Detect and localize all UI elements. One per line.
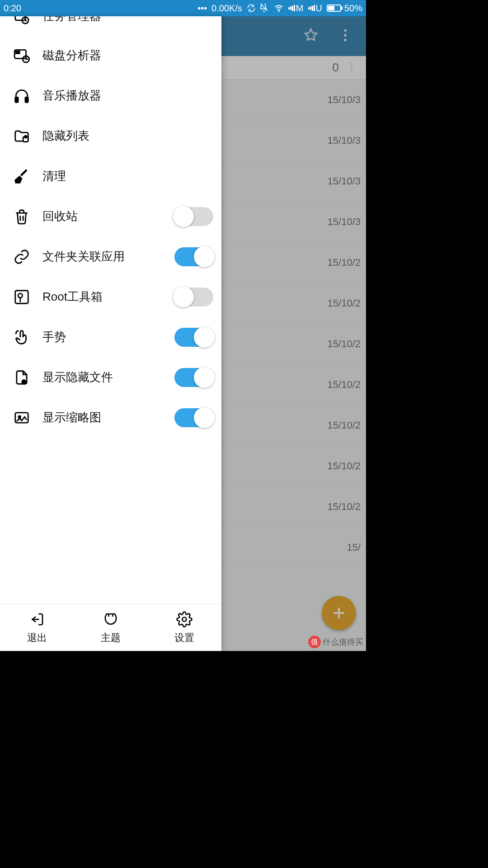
drawer-item-label: 显示隐藏文件 [42,369,174,385]
drawer-item-label: 文件夹关联应用 [42,249,174,264]
drawer-item-1[interactable]: 磁盘分析器 [0,35,221,75]
drawer-item-7[interactable]: Root工具箱 [0,277,221,317]
svg-point-22 [23,381,24,382]
status-net-speed: 0.00K/s [211,3,242,14]
show-hidden-files-icon [12,369,32,386]
svg-line-0 [261,5,267,11]
drawer-item-2[interactable]: 音乐播放器 [0,75,221,116]
svg-point-1 [278,11,279,12]
sync-icon [247,4,256,13]
drawer-list: 任务管理器磁盘分析器音乐播放器隐藏列表清理回收站文件夹关联应用Root工具箱手势… [0,16,221,604]
mute-icon [260,4,269,13]
drawer-bottom-exit[interactable]: 退出 [0,604,74,651]
drawer-item-6[interactable]: 文件夹关联应用 [0,236,221,277]
settings-icon [176,611,192,630]
toggle-switch[interactable] [174,328,213,347]
exit-icon [29,611,45,630]
toggle-switch[interactable] [174,368,213,387]
theme-icon [103,611,119,630]
hidden-list-icon [12,127,32,145]
drawer-item-label: 任务管理器 [42,16,213,24]
drawer-item-label: 手势 [42,329,174,345]
watermark: 值 什么值得买 [308,636,363,648]
drawer-item-8[interactable]: 手势 [0,317,221,357]
toggle-switch[interactable] [174,288,213,307]
signal-1: M [288,3,304,14]
drawer-bottom-label: 主题 [101,631,121,645]
drawer-item-3[interactable]: 隐藏列表 [0,116,221,156]
drawer-item-label: 音乐播放器 [42,88,213,104]
root-toolbox-icon [12,288,32,306]
battery-icon: 50% [327,3,362,14]
link-icon [12,248,32,265]
disk-analyzer-icon [12,47,32,64]
svg-rect-10 [16,51,19,53]
drawer-item-10[interactable]: 显示缩略图 [0,397,221,438]
toggle-switch[interactable] [174,408,213,427]
broom-icon [12,168,32,185]
drawer-item-label: 清理 [42,168,213,184]
navigation-drawer: 任务管理器磁盘分析器音乐播放器隐藏列表清理回收站文件夹关联应用Root工具箱手势… [0,16,221,651]
drawer-item-label: 回收站 [42,208,174,224]
drawer-item-4[interactable]: 清理 [0,156,221,196]
headphones-icon [12,87,32,104]
status-bar: 0:20 ••• 0.00K/s M U 50% [0,0,366,16]
wifi-icon [274,3,284,13]
svg-rect-13 [25,97,28,102]
thumbnail-icon [12,409,32,426]
drawer-item-0[interactable]: 任务管理器 [0,16,221,35]
status-time: 0:20 [4,3,21,14]
drawer-item-label: Root工具箱 [42,289,174,305]
toggle-switch[interactable] [174,247,213,266]
task-manager-icon [12,16,32,25]
drawer-bottom-label: 设置 [174,631,194,645]
svg-point-26 [183,617,187,621]
watermark-text: 什么值得买 [323,637,363,647]
drawer-item-label: 显示缩略图 [42,410,174,425]
drawer-bottom-label: 退出 [27,631,47,645]
drawer-item-9[interactable]: 显示隐藏文件 [0,357,221,397]
svg-point-19 [18,293,23,298]
drawer-item-5[interactable]: 回收站 [0,196,221,236]
drawer-item-label: 磁盘分析器 [42,47,213,63]
status-dots: ••• [197,3,207,14]
drawer-bottom-theme[interactable]: 主题 [74,604,147,651]
drawer-bottom-bar: 退出主题设置 [0,604,221,651]
watermark-badge: 值 [308,636,321,648]
svg-rect-12 [15,97,18,102]
drawer-bottom-settings[interactable]: 设置 [148,604,221,651]
toggle-switch[interactable] [174,207,213,226]
signal-2: U [308,3,322,14]
drawer-item-label: 隐藏列表 [42,128,213,144]
trash-icon [12,208,32,225]
gesture-icon [12,329,32,346]
